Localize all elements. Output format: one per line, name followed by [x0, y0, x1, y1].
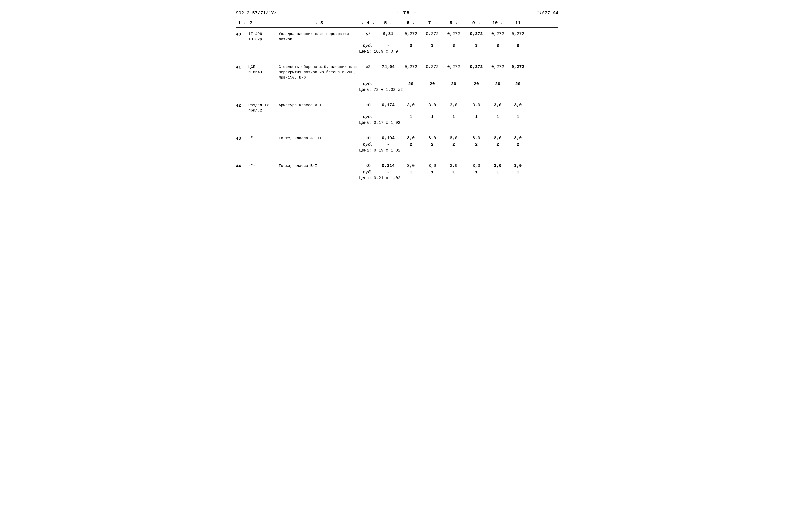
- sub-v11-42: 1: [508, 114, 528, 119]
- sub-v8-41: 20: [442, 81, 465, 86]
- row-code-40: II-496I9-32р: [248, 32, 279, 42]
- sub-v10-44: 1: [488, 170, 508, 175]
- row-num-41: 41: [236, 64, 248, 70]
- row-val11-40: 0,272: [508, 32, 528, 36]
- col-header-4: : 4 :: [359, 20, 377, 25]
- row-val6-42: 3,0: [400, 103, 422, 108]
- row-desc-42: Арматура класса А-I: [279, 103, 359, 108]
- row-val6-43: 8,0: [400, 136, 422, 140]
- row-val5-42: 0,174: [377, 103, 400, 108]
- table-row: 41 ЦСПп.8649 Стоимость сборных ж.б. плос…: [236, 64, 558, 81]
- price-offset-40: [236, 49, 359, 54]
- row-val7-42: 3,0: [422, 103, 442, 108]
- row-num-44: 44: [236, 163, 248, 169]
- row-desc-41: Стоимость сборных ж.б. плоских плит пере…: [279, 64, 359, 80]
- price-text-44: Цена: 0,21 х 1,02: [359, 176, 401, 180]
- row-val8-41: 0,272: [442, 64, 465, 69]
- sub-v5-43: -: [377, 142, 400, 147]
- row-val5-44: 0,214: [377, 163, 400, 168]
- sub-v9-44: 1: [465, 170, 488, 175]
- row-val5-43: 0,194: [377, 136, 400, 140]
- sub-v6-43: 2: [400, 142, 422, 147]
- section-44: 44 -"- То же, класса В-I кб 0,214 3,0 3,…: [236, 163, 558, 181]
- row-val9-43: 8,0: [465, 136, 488, 140]
- price-row-44: Цена: 0,21 х 1,02: [236, 175, 558, 181]
- row-val9-41: 0,272: [465, 64, 488, 69]
- row-unit-41: м2: [359, 64, 377, 69]
- sub-unit-43: руб.: [359, 142, 377, 147]
- col-header-9: 9 :: [465, 20, 488, 25]
- row-val8-42: 3,0: [442, 103, 465, 108]
- sub-v5-42: -: [377, 114, 400, 119]
- price-row-40: Цена: 10,9 х 0,9: [236, 49, 558, 55]
- row-val7-43: 8,0: [422, 136, 442, 140]
- doc-number-right: 11877-04: [536, 11, 558, 16]
- row-unit-40: м3: [359, 32, 377, 37]
- sub-v9-43: 2: [465, 142, 488, 147]
- sub-row-43: руб. - 2 2 2 2 2 2: [236, 142, 558, 148]
- table-row: 40 II-496I9-32р Укладка плоских плит пер…: [236, 31, 558, 43]
- sub-v11-43: 2: [508, 142, 528, 147]
- sub-row-44: руб. - 1 1 1 1 1 1: [236, 169, 558, 175]
- col-header-8: 8 :: [442, 20, 465, 25]
- col-header-3: : 3: [279, 20, 359, 25]
- row-val11-41: 0,272: [508, 64, 528, 69]
- sub-v10-42: 1: [488, 114, 508, 119]
- sub-unit-41: руб.: [359, 81, 377, 86]
- sub-v8-40: 3: [442, 43, 465, 48]
- sub-v7-41: 20: [422, 81, 442, 86]
- sub-v10-43: 2: [488, 142, 508, 147]
- sub-row-40: руб. - 3 3 3 3 8 8: [236, 43, 558, 49]
- sub-v6-42: 1: [400, 114, 422, 119]
- col-header-6: 6 :: [400, 20, 422, 25]
- row-val11-43: 8,0: [508, 136, 528, 140]
- price-row-42: Цена: 0,17 х 1,02: [236, 120, 558, 126]
- sub-v9-41: 20: [465, 81, 488, 86]
- row-val7-41: 0,272: [422, 64, 442, 69]
- row-val11-44: 3,0: [508, 163, 528, 168]
- row-val5-41: 74,04: [377, 64, 400, 69]
- col-header-7: 7 :: [422, 20, 442, 25]
- table-row: 44 -"- То же, класса В-I кб 0,214 3,0 3,…: [236, 163, 558, 169]
- price-row-41: Цена: 72 + 1,02 х2: [236, 87, 558, 93]
- col-header-5: 5 :: [377, 20, 400, 25]
- row-desc-40: Укладка плоских плит перекрытия лотков: [279, 32, 359, 42]
- sub-v11-41: 20: [508, 81, 528, 86]
- row-code-42: Раздел IУприл.2: [248, 103, 279, 113]
- sub-v7-43: 2: [422, 142, 442, 147]
- sub-v5-44: -: [377, 170, 400, 175]
- row-desc-43: То же, класса А-III: [279, 136, 359, 141]
- sub-v5-41: -: [377, 81, 400, 86]
- sub-v8-43: 2: [442, 142, 465, 147]
- price-row-43: Цена: 0,19 х 1,02: [236, 148, 558, 153]
- row-desc-44: То же, класса В-I: [279, 163, 359, 169]
- row-val10-44: 3,0: [488, 163, 508, 168]
- sub-unit-42: руб.: [359, 114, 377, 119]
- col-header-2: 2: [248, 20, 279, 25]
- row-unit-42: кб: [359, 103, 377, 108]
- row-val9-40: 0,272: [465, 32, 488, 36]
- row-val7-44: 3,0: [422, 163, 442, 168]
- row-unit-44: кб: [359, 163, 377, 168]
- sub-v6-44: 1: [400, 170, 422, 175]
- price-offset-42: [236, 120, 359, 125]
- price-text-41: Цена: 72 + 1,02 х2: [359, 88, 403, 92]
- row-val5-40: 9,81: [377, 32, 400, 36]
- sub-v10-41: 20: [488, 81, 508, 86]
- section-42: 42 Раздел IУприл.2 Арматура класса А-I к…: [236, 102, 558, 126]
- row-val9-42: 3,0: [465, 103, 488, 108]
- price-offset-43: [236, 148, 359, 153]
- sub-v6-41: 20: [400, 81, 422, 86]
- table-row: 42 Раздел IУприл.2 Арматура класса А-I к…: [236, 102, 558, 114]
- sub-v11-44: 1: [508, 170, 528, 175]
- row-val10-40: 0,272: [488, 32, 508, 36]
- section-41: 41 ЦСПп.8649 Стоимость сборных ж.б. плос…: [236, 64, 558, 93]
- section-40: 40 II-496I9-32р Укладка плоских плит пер…: [236, 31, 558, 55]
- row-val8-43: 8,0: [442, 136, 465, 140]
- row-unit-43: кб: [359, 136, 377, 140]
- sub-v7-40: 3: [422, 43, 442, 48]
- sub-row-42: руб. - 1 1 1 1 1 1: [236, 114, 558, 120]
- doc-number-left: 902-2-57/71/1У/: [236, 11, 277, 16]
- page-number-center: - 75 -: [396, 10, 417, 16]
- sub-v9-40: 3: [465, 43, 488, 48]
